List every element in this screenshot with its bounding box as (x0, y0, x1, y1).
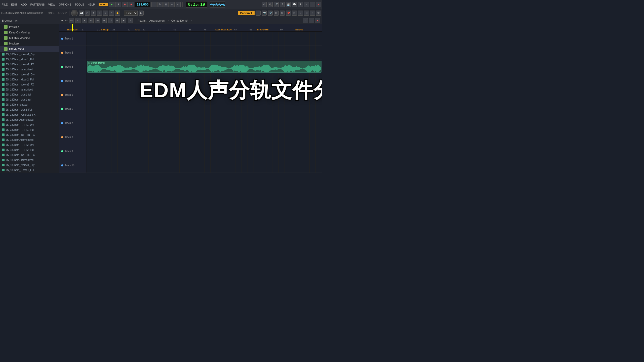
loop-icon[interactable]: ↻ (157, 2, 163, 7)
maximize-icon[interactable]: □ (310, 2, 315, 7)
song-mode-badge[interactable]: SONG (99, 3, 108, 6)
move-icon[interactable]: ⤢ (310, 11, 315, 16)
track-content[interactable] (87, 144, 322, 158)
sidebar-file-16[interactable]: JS_180bpm_.nd_Fill1_FX (0, 132, 59, 137)
link-icon[interactable]: 🔗 (268, 11, 273, 16)
chat-icon[interactable]: 💬 (292, 2, 297, 7)
sidebar-file-15[interactable]: JS_180bpm_F._Fill1_Full (0, 127, 59, 132)
sidebar-item-keep-on-moving[interactable]: Keep On Moving (0, 30, 59, 35)
sidebar-file-6[interactable]: JS_180bpm_kdown2_FX (0, 82, 59, 87)
record-button[interactable]: ⏺ (129, 2, 134, 7)
track-content[interactable] (87, 158, 322, 172)
track-content[interactable] (87, 74, 322, 88)
grid-icon[interactable]: ⊞ (274, 11, 279, 16)
maximize-playlist-icon[interactable]: □ (309, 18, 314, 23)
close-icon[interactable]: ✕ (316, 2, 321, 7)
envelope-icon[interactable]: ✉ (280, 11, 285, 16)
hand-icon[interactable]: ✋ (115, 11, 120, 16)
minimize-playlist-icon[interactable]: – (303, 18, 308, 23)
mixer-icon[interactable]: ≡ (170, 2, 175, 7)
sidebar-item-off-my-mind[interactable]: Off My Mind (0, 46, 59, 52)
eye-icon[interactable]: 👁 (65, 19, 67, 22)
move-left-icon[interactable]: ⇤ (95, 18, 100, 23)
track-content[interactable] (87, 32, 322, 46)
cut-icon[interactable]: ✂ (82, 18, 87, 23)
sidebar-item-kill-this-machine[interactable]: Kill This Machine (0, 35, 59, 41)
menu-add[interactable]: ADD (20, 3, 27, 7)
download-icon[interactable]: ⬇ (298, 2, 303, 7)
menu-help[interactable]: HELP (87, 3, 96, 7)
sidebar-file-1[interactable]: JS_180bpm_.down1_Full (0, 57, 59, 62)
pencil-icon[interactable]: ✏ (69, 18, 74, 23)
metronome-icon[interactable]: ♩ (151, 2, 156, 7)
sidebar-file-10[interactable]: JS_180b_rmonized (0, 102, 59, 107)
play-button[interactable]: ▶ (109, 2, 114, 7)
sidebar-file-20[interactable]: JS_180bpm_.nd_Fill2_FX (0, 152, 59, 157)
collapse-icon[interactable]: ◁ (304, 11, 309, 16)
sidebar-file-8[interactable]: JS_180bpm_orus1_ful (0, 92, 59, 97)
note-icon[interactable]: ♪ (97, 11, 102, 16)
mute-track-icon[interactable]: ⏸ (128, 18, 133, 23)
playlist-ruler[interactable]: 13172125293337414549535761656973Breakdow… (59, 24, 322, 32)
add-pattern-icon[interactable]: + (256, 11, 261, 16)
sidebar-file-24[interactable]: JS_180bpm_.Verse1_FX (0, 172, 59, 173)
zoom-icon[interactable]: ⊕ (115, 18, 120, 23)
pin-icon[interactable]: 📌 (286, 11, 291, 16)
track-content[interactable] (87, 130, 322, 144)
mic-icon[interactable]: 🎤 (274, 2, 279, 7)
sidebar-file-18[interactable]: JS_180bpm_F._Fill2_Dry (0, 142, 59, 147)
track-content[interactable] (87, 88, 322, 102)
cursor-tool[interactable]: ↖ (75, 18, 80, 23)
move-right-icon[interactable]: ⇥ (102, 18, 107, 23)
sidebar-item-invisible[interactable]: Invisible (0, 24, 59, 30)
sidebar-file-2[interactable]: JS_180bpm_kdown1_FX (0, 62, 59, 67)
track-content[interactable] (87, 102, 322, 116)
sidebar-file-7[interactable]: JS_180bpm_.armonized (0, 87, 59, 92)
track-content[interactable] (87, 46, 322, 60)
funnel-icon[interactable]: ⊿ (298, 11, 303, 16)
stop-button[interactable]: ⏹ (122, 2, 128, 7)
menu-view[interactable]: VIEW (48, 3, 56, 7)
eq-icon[interactable]: ∿ (176, 2, 181, 7)
minimize-icon[interactable]: – (304, 2, 309, 7)
menu-patterns[interactable]: PATTERNS (30, 3, 46, 7)
close-playlist-icon[interactable]: ✕ (315, 18, 320, 23)
track-content[interactable] (87, 116, 322, 130)
piano-roll-icon[interactable]: 🎹 (79, 11, 84, 16)
arrow-right-icon[interactable]: ▶ (139, 11, 144, 16)
menu-options[interactable]: OPTIONS (58, 3, 72, 7)
bpm-display[interactable]: 128.000 (135, 2, 150, 7)
delete-icon[interactable]: ⊘ (89, 18, 94, 23)
sidebar-file-11[interactable]: JS_180bpm_orus2_Full (0, 107, 59, 112)
menu-file[interactable]: FILE (1, 3, 8, 7)
align-icon[interactable]: ⊟ (292, 11, 297, 16)
sidebar-file-0[interactable]: JS_180bpm_kdown1_Dry (0, 52, 59, 57)
fx-icon[interactable]: fx (316, 11, 321, 16)
settings-icon[interactable]: ⚙ (262, 2, 267, 7)
mute-icon[interactable]: ○ (103, 11, 108, 16)
sidebar-file-14[interactable]: JS_180bpm_F._Fill1_Dry (0, 122, 59, 127)
sidebar-file-4[interactable]: JS_180bpm_kdown2_Dry (0, 72, 59, 77)
pause-button[interactable]: ⏸ (115, 2, 121, 7)
sidebar-file-13[interactable]: JS_180bpm.Harmonized (0, 117, 59, 122)
rotate-icon[interactable]: ↺ (108, 18, 113, 23)
sidebar-file-21[interactable]: JS_180bpm.Harmonized (0, 157, 59, 162)
sidebar-item-mockery[interactable]: Mockery (0, 41, 59, 46)
sidebar-file-3[interactable]: JS_180bpm_.armonized (0, 67, 59, 72)
plugin-icon[interactable]: 🔌 (268, 2, 273, 7)
sidebar-file-9[interactable]: JS_180bpm_orus1_ruf (0, 97, 59, 102)
play-icon[interactable]: ▶ (121, 18, 126, 23)
pattern-button[interactable]: Pattern 1 (238, 11, 255, 15)
nav-arrow-left[interactable]: ◀ (61, 19, 63, 22)
sidebar-file-5[interactable]: JS_180bpm_.down2_Full (0, 77, 59, 82)
sidebar-file-23[interactable]: JS_180bpm_F.erse1_Full (0, 167, 59, 172)
sidebar-file-17[interactable]: JS_180bpm.Harmonized (0, 137, 59, 142)
stamp-icon[interactable]: ✦ (91, 11, 96, 16)
sidebar-file-19[interactable]: JS_180bpm_F._Fill2_Full (0, 147, 59, 152)
track-content[interactable]: ▶ Coma [Demo] (87, 60, 322, 74)
sidebar-file-22[interactable]: JS_180bpm_.Verse1_Dry (0, 162, 59, 167)
help-icon[interactable]: ? (280, 2, 285, 7)
snap-icon[interactable]: ⊞ (164, 2, 169, 7)
snapshot-icon[interactable]: 📷 (262, 11, 267, 16)
cursor-icon[interactable]: ↖ (109, 11, 114, 16)
